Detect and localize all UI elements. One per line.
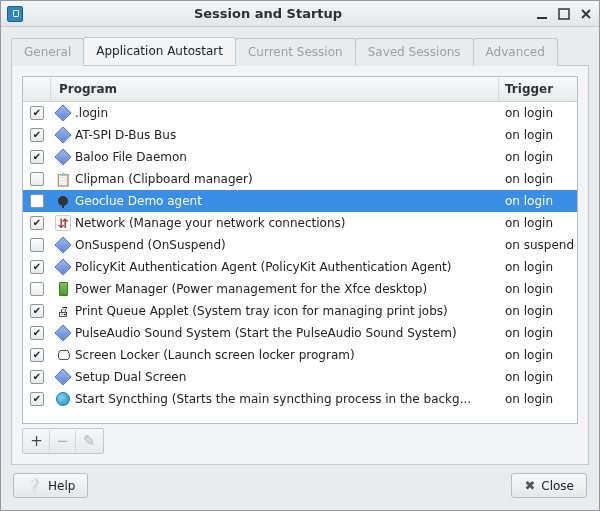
row-checkbox-cell [23,128,51,142]
row-checkbox[interactable] [30,326,44,340]
close-label: Close [541,479,574,493]
row-program-cell: .login [51,105,499,121]
row-trigger-cell: on login [499,370,577,384]
row-program-label: PulseAudio Sound System (Start the Pulse… [75,326,457,340]
row-checkbox[interactable] [30,194,44,208]
row-program-label: .login [75,106,108,120]
row-checkbox-cell [23,392,51,406]
printer-icon [55,303,71,319]
row-program-cell: Print Queue Applet (System tray icon for… [51,303,499,319]
table-row[interactable]: Baloo File Daemonon login [23,146,577,168]
screen-icon [55,347,71,363]
row-checkbox-cell [23,348,51,362]
table-row[interactable]: Print Queue Applet (System tray icon for… [23,300,577,322]
help-label: Help [48,479,75,493]
row-trigger-cell: on suspend [499,238,577,252]
row-checkbox-cell [23,150,51,164]
edit-button[interactable]: ✎ [76,430,102,452]
row-checkbox[interactable] [30,304,44,318]
row-program-cell: Start Syncthing (Starts the main syncthi… [51,391,499,407]
tab-saved-sessions[interactable]: Saved Sessions [355,38,474,66]
close-window-button[interactable] [579,7,593,21]
row-program-cell: Geoclue Demo agent [51,193,499,209]
table-row[interactable]: Network (Manage your network connections… [23,212,577,234]
clipboard-icon [55,171,71,187]
row-trigger-cell: on login [499,304,577,318]
remove-button[interactable]: − [50,430,76,452]
row-program-cell: Clipman (Clipboard manager) [51,171,499,187]
table-row[interactable]: AT-SPI D-Bus Buson login [23,124,577,146]
row-trigger-cell: on login [499,326,577,340]
diamond-icon [55,259,71,275]
row-checkbox[interactable] [30,370,44,384]
table-row[interactable]: .loginon login [23,102,577,124]
row-checkbox[interactable] [30,238,44,252]
table-row[interactable]: PulseAudio Sound System (Start the Pulse… [23,322,577,344]
diamond-icon [55,127,71,143]
column-checkbox[interactable] [23,77,51,101]
row-checkbox[interactable] [30,150,44,164]
row-program-cell: Baloo File Daemon [51,149,499,165]
row-program-cell: AT-SPI D-Bus Bus [51,127,499,143]
tab-general[interactable]: General [11,38,84,66]
svg-rect-1 [559,9,569,19]
row-checkbox[interactable] [30,348,44,362]
add-button[interactable]: + [24,430,50,452]
row-program-label: Print Queue Applet (System tray icon for… [75,304,448,318]
table-row[interactable]: Geoclue Demo agenton login [23,190,577,212]
row-program-label: Screen Locker (Launch screen locker prog… [75,348,355,362]
list-header: Program Trigger [23,77,577,102]
row-checkbox[interactable] [30,128,44,142]
list-toolbar: + − ✎ [22,428,104,454]
row-checkbox-cell [23,106,51,120]
row-trigger-cell: on login [499,216,577,230]
row-checkbox[interactable] [30,106,44,120]
column-program[interactable]: Program [51,77,499,101]
row-trigger-cell: on login [499,392,577,406]
table-row[interactable]: PolicyKit Authentication Agent (PolicyKi… [23,256,577,278]
row-program-label: PolicyKit Authentication Agent (PolicyKi… [75,260,452,274]
battery-icon [55,281,71,297]
row-checkbox[interactable] [30,282,44,296]
column-trigger[interactable]: Trigger [499,77,577,101]
table-row[interactable]: OnSuspend (OnSuspend)on suspend [23,234,577,256]
row-checkbox[interactable] [30,216,44,230]
row-program-label: AT-SPI D-Bus Bus [75,128,176,142]
maximize-button[interactable] [557,7,571,21]
table-row[interactable]: Clipman (Clipboard manager)on login [23,168,577,190]
table-row[interactable]: Setup Dual Screenon login [23,366,577,388]
list-body[interactable]: .loginon loginAT-SPI D-Bus Buson loginBa… [23,102,577,423]
help-button[interactable]: ❔ Help [13,473,88,498]
diamond-icon [55,325,71,341]
row-checkbox-cell [23,194,51,208]
tab-application-autostart[interactable]: Application Autostart [83,37,236,65]
row-program-cell: OnSuspend (OnSuspend) [51,237,499,253]
close-icon: ✖ [524,478,535,493]
row-program-label: Clipman (Clipboard manager) [75,172,253,186]
close-button[interactable]: ✖ Close [511,473,587,498]
titlebar: Session and Startup [1,1,599,27]
row-program-label: Baloo File Daemon [75,150,187,164]
tab-current-session[interactable]: Current Session [235,38,356,66]
tab-advanced[interactable]: Advanced [473,38,558,66]
row-program-cell: Screen Locker (Launch screen locker prog… [51,347,499,363]
session-startup-window: Session and Startup GeneralApplication A… [0,0,600,511]
pin-icon [55,193,71,209]
row-program-label: Geoclue Demo agent [75,194,202,208]
table-row[interactable]: Screen Locker (Launch screen locker prog… [23,344,577,366]
table-row[interactable]: Start Syncthing (Starts the main syncthi… [23,388,577,410]
minimize-button[interactable] [535,7,549,21]
row-trigger-cell: on login [499,150,577,164]
row-checkbox-cell [23,282,51,296]
table-row[interactable]: Power Manager (Power management for the … [23,278,577,300]
row-checkbox-cell [23,370,51,384]
row-program-label: Power Manager (Power management for the … [75,282,427,296]
row-program-label: Network (Manage your network connections… [75,216,345,230]
row-checkbox-cell [23,172,51,186]
row-checkbox[interactable] [30,260,44,274]
row-checkbox[interactable] [30,392,44,406]
row-trigger-cell: on login [499,106,577,120]
autostart-panel: Program Trigger .loginon loginAT-SPI D-B… [11,65,589,465]
row-checkbox[interactable] [30,172,44,186]
row-trigger-cell: on login [499,194,577,208]
